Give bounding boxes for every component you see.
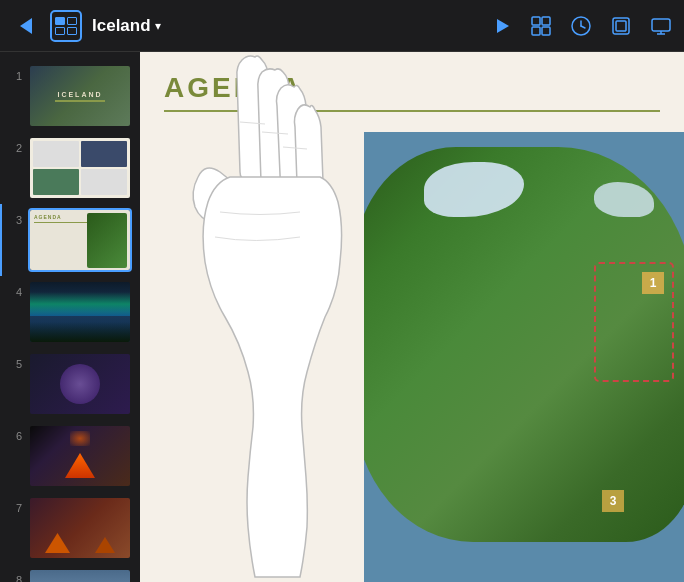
map-area: 1 3: [364, 132, 684, 582]
slide-thumbnail-6[interactable]: [28, 424, 132, 488]
grid-cell-4: [67, 27, 77, 35]
slide-2-grid: [30, 138, 130, 198]
agenda-divider: [164, 110, 660, 112]
slide-thumbnail-1[interactable]: ICELAND: [28, 64, 132, 128]
slide-1-label: ICELAND: [55, 91, 105, 102]
agenda-title: AGENDA: [164, 72, 660, 104]
slide-8-content: [30, 570, 130, 582]
slide-6-content: [30, 426, 130, 486]
presentation-title-area[interactable]: Iceland ▾: [92, 16, 161, 36]
selection-indicator: [0, 204, 2, 276]
slide-display-area: AGENDA 1 3: [140, 52, 684, 582]
svg-rect-4: [542, 27, 550, 35]
svg-line-7: [581, 26, 585, 28]
svg-rect-9: [616, 21, 626, 31]
slide-thumbnail-7[interactable]: [28, 496, 132, 560]
svg-rect-1: [532, 17, 540, 25]
play-button[interactable]: [492, 16, 512, 36]
layers-button[interactable]: [610, 15, 632, 37]
slide-view-toggle[interactable]: [50, 10, 82, 42]
slide-thumb-content-1: ICELAND: [30, 66, 130, 126]
list-item[interactable]: 7: [0, 492, 140, 564]
slide-number-5: 5: [8, 358, 22, 370]
slide-3-preview: AGENDA: [30, 210, 130, 270]
list-item[interactable]: 1 ICELAND: [0, 60, 140, 132]
clock-icon: [570, 15, 592, 37]
grid-cell-3: [55, 27, 65, 35]
play-icon: [492, 16, 512, 36]
slide-thumbnail-5[interactable]: [28, 352, 132, 416]
svg-rect-2: [542, 17, 550, 25]
back-button[interactable]: [12, 12, 40, 40]
toolbar-left: Iceland ▾: [12, 10, 342, 42]
list-item[interactable]: 2: [0, 132, 140, 204]
list-item[interactable]: 8: [0, 564, 140, 582]
map-marker-3: 3: [602, 490, 624, 512]
slides-panel: 1 ICELAND 2 3 AGENDA: [0, 52, 140, 582]
slide-5-content: [30, 354, 130, 414]
slide-number-6: 6: [8, 430, 22, 442]
svg-marker-0: [497, 19, 509, 33]
slide-number-2: 2: [8, 142, 22, 154]
slide-4-content: [30, 282, 130, 342]
toolbar: Iceland ▾: [0, 0, 684, 52]
slide-number-8: 8: [8, 574, 22, 582]
slide-number-7: 7: [8, 502, 22, 514]
slide-number-3: 3: [8, 214, 22, 226]
slide-thumbnail-4[interactable]: [28, 280, 132, 344]
map-route-line: [594, 262, 674, 382]
grid-cell-2: [67, 17, 77, 25]
svg-rect-10: [652, 19, 670, 31]
back-chevron-icon: [20, 18, 32, 34]
list-item[interactable]: 6: [0, 420, 140, 492]
list-item[interactable]: 5: [0, 348, 140, 420]
title-dropdown-icon: ▾: [155, 19, 161, 33]
list-item[interactable]: 4: [0, 276, 140, 348]
svg-rect-3: [532, 27, 540, 35]
grid-cell-1: [55, 17, 65, 25]
slide-thumbnail-3[interactable]: AGENDA: [28, 208, 132, 272]
list-item[interactable]: 3 AGENDA: [0, 204, 140, 276]
layers-icon: [610, 15, 632, 37]
clock-button[interactable]: [570, 15, 592, 37]
screen-button[interactable]: [650, 15, 672, 37]
current-slide: AGENDA 1 3: [140, 52, 684, 582]
presentation-title: Iceland: [92, 16, 151, 36]
table-icon: [530, 15, 552, 37]
toolbar-right: [342, 15, 672, 37]
table-button[interactable]: [530, 15, 552, 37]
slide-thumbnail-8[interactable]: [28, 568, 132, 582]
slide-thumbnail-2[interactable]: [28, 136, 132, 200]
agenda-header: AGENDA: [140, 52, 684, 120]
slide-number-4: 4: [8, 286, 22, 298]
screen-icon: [650, 15, 672, 37]
iceland-map-bg: 1 3: [364, 132, 684, 582]
slide-view-grid: [55, 17, 77, 35]
slide-7-content: [30, 498, 130, 558]
slide-number-1: 1: [8, 70, 22, 82]
